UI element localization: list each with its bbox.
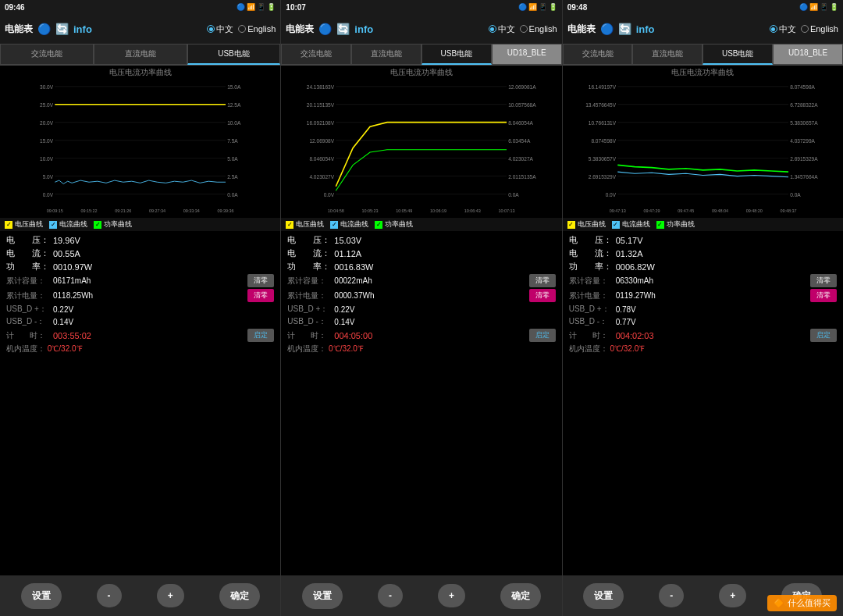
legend-item-2[interactable]: ✓ 功率曲线	[656, 219, 695, 230]
lang-english-option[interactable]: English	[238, 24, 276, 34]
top-nav: 电能表 🔵 🔄 info 中文 English	[281, 14, 561, 44]
tab-交流电能[interactable]: 交流电能	[563, 44, 633, 65]
svg-text:09:09:15: 09:09:15	[47, 208, 63, 213]
tab-UD18_BLE[interactable]: UD18_BLE	[773, 44, 843, 65]
set-timer-btn[interactable]: 启定	[247, 329, 274, 342]
legend-checkbox-1[interactable]: ✓	[330, 221, 338, 229]
tab-USB电能[interactable]: USB电能	[187, 44, 281, 65]
tab-交流电能[interactable]: 交流电能	[281, 44, 351, 65]
legend-item-0[interactable]: ✓ 电压曲线	[5, 219, 43, 230]
info-label: info	[73, 23, 92, 35]
clear-energy-btn[interactable]: 清零	[247, 289, 274, 302]
svg-text:10:07:13: 10:07:13	[499, 208, 515, 213]
legend-checkbox-0[interactable]: ✓	[5, 221, 12, 229]
radio-english[interactable]	[520, 25, 528, 33]
settings-btn[interactable]: 设置	[302, 583, 343, 609]
confirm-btn[interactable]: 确定	[219, 583, 260, 609]
plus-btn[interactable]: +	[438, 584, 465, 607]
phone-screen-2: 10:07 🔵 📶 📱 🔋 电能表 🔵 🔄 info 中文 English 交流…	[281, 0, 562, 616]
legend-item-0[interactable]: ✓ 电压曲线	[567, 219, 606, 230]
legend-item-2[interactable]: ✓ 功率曲线	[375, 219, 413, 230]
current-row-label: 电 流：	[569, 247, 616, 259]
clear-capacity-btn[interactable]: 清零	[810, 274, 837, 287]
refresh-icon: 🔄	[336, 23, 350, 35]
timer-label: 计 时：	[6, 330, 53, 341]
svg-text:6.03454A: 6.03454A	[509, 138, 532, 144]
settings-btn[interactable]: 设置	[21, 583, 62, 609]
plus-btn[interactable]: +	[157, 584, 184, 607]
legend-item-1[interactable]: ✓ 电流曲线	[49, 219, 87, 230]
lang-chinese-option[interactable]: 中文	[207, 23, 233, 35]
legend-checkbox-0[interactable]: ✓	[567, 221, 575, 229]
battery-icon: 🔋	[267, 3, 276, 11]
app-title: 电能表	[5, 23, 33, 36]
temp-row: 机内温度： 0℃/32.0℉	[569, 344, 837, 354]
legend-checkbox-1[interactable]: ✓	[612, 221, 620, 229]
confirm-btn[interactable]: 确定	[500, 583, 541, 609]
clear-capacity-btn[interactable]: 清零	[529, 274, 556, 287]
tab-UD18_BLE[interactable]: UD18_BLE	[492, 44, 562, 65]
radio-chinese[interactable]	[207, 25, 215, 33]
minus-btn[interactable]: -	[97, 584, 122, 607]
clear-energy-btn[interactable]: 清零	[810, 289, 837, 302]
radio-english[interactable]	[801, 25, 809, 33]
temp-row: 机内温度： 0℃/32.0℉	[287, 344, 555, 354]
svg-text:24.138163V: 24.138163V	[307, 84, 335, 90]
voltage-row-label: 电 压：	[6, 234, 53, 246]
screens-container: 09:46 🔵 📶 📱 🔋 电能表 🔵 🔄 info 中文 English 交流…	[0, 0, 843, 616]
status-time: 09:48	[567, 3, 588, 12]
legend-label-0: 电压曲线	[296, 219, 324, 230]
status-icons: 🔵 📶 📱 🔋	[518, 3, 557, 11]
chart-svg: 30.0V25.0V20.0V15.0V10.0V5.0V0.0V15.0A12…	[0, 80, 280, 216]
usb-plus-label: USB_D +：	[569, 304, 616, 315]
tab-交流电能[interactable]: 交流电能	[0, 44, 94, 65]
svg-text:10:06:19: 10:06:19	[430, 208, 446, 213]
plus-btn[interactable]: +	[719, 584, 746, 607]
minus-btn[interactable]: -	[378, 584, 403, 607]
chart-area: 电压电流功率曲线24.138163V20.115135V16.092108V12…	[281, 66, 561, 218]
settings-btn[interactable]: 设置	[583, 583, 624, 609]
tab-直流电能[interactable]: 直流电能	[632, 44, 702, 65]
lang-english-option[interactable]: English	[801, 24, 838, 34]
info-label: info	[354, 23, 373, 35]
temp-value: 0℃/32.0℉	[329, 344, 364, 353]
usb-minus-label: USB_D -：	[6, 316, 53, 327]
lang-chinese-option[interactable]: 中文	[489, 23, 515, 35]
tab-USB电能[interactable]: USB电能	[422, 44, 492, 65]
legend-item-1[interactable]: ✓ 电流曲线	[612, 219, 650, 230]
legend-item-1[interactable]: ✓ 电流曲线	[330, 219, 368, 230]
timer-value: 004:02:03	[616, 331, 654, 340]
clear-energy-btn[interactable]: 清零	[529, 289, 556, 302]
energy-row: 累计电量： 0118.25Wh 清零	[6, 289, 274, 302]
clear-capacity-btn[interactable]: 清零	[247, 274, 274, 287]
lang-english-option[interactable]: English	[520, 24, 557, 34]
lang-chinese-option[interactable]: 中文	[770, 23, 796, 35]
radio-chinese[interactable]	[489, 25, 496, 33]
legend-item-2[interactable]: ✓ 功率曲线	[94, 219, 132, 230]
legend-item-0[interactable]: ✓ 电压曲线	[286, 219, 324, 230]
set-timer-btn[interactable]: 启定	[810, 329, 837, 342]
tab-直流电能[interactable]: 直流电能	[351, 44, 422, 65]
radio-english[interactable]	[238, 25, 246, 33]
usb-minus-row: USB_D -： 0.77V	[569, 316, 837, 327]
legend-checkbox-2[interactable]: ✓	[375, 221, 382, 229]
minus-btn[interactable]: -	[659, 584, 684, 607]
signal-icon: 📱	[539, 3, 547, 11]
set-timer-btn[interactable]: 启定	[529, 329, 556, 342]
refresh-icon: 🔄	[618, 23, 631, 35]
tab-bar: 交流电能直流电能USB电能	[0, 44, 280, 66]
radio-chinese[interactable]	[770, 25, 777, 33]
legend-checkbox-1[interactable]: ✓	[49, 221, 57, 229]
energy-value: 0000.37Wh	[334, 291, 374, 300]
usb-plus-value: 0.22V	[334, 305, 354, 314]
current-row-value: 00.55A	[53, 249, 80, 258]
usb-minus-value: 0.14V	[53, 318, 73, 326]
legend-label-2: 功率曲线	[385, 219, 413, 230]
timer-value: 003:55:02	[53, 331, 91, 340]
legend-checkbox-2[interactable]: ✓	[656, 221, 664, 229]
tab-USB电能[interactable]: USB电能	[702, 44, 773, 65]
tab-直流电能[interactable]: 直流电能	[94, 44, 187, 65]
data-section: 电 压： 15.03V电 流： 01.12A功 率： 0016.83W 累计容量…	[281, 231, 561, 575]
legend-checkbox-2[interactable]: ✓	[94, 221, 101, 229]
legend-checkbox-0[interactable]: ✓	[286, 221, 293, 229]
